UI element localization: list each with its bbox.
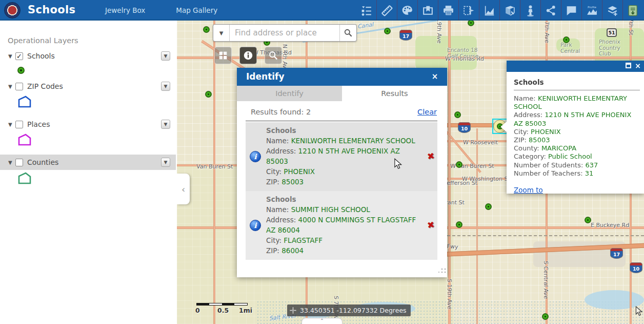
attribution-toggle[interactable]: ⌃	[301, 318, 343, 324]
result-field: City: FLAGSTAFF	[266, 235, 419, 245]
swipe-button[interactable]	[458, 0, 479, 21]
bookmark-button[interactable]	[417, 0, 438, 21]
info-icon[interactable]: i	[250, 151, 261, 162]
layer-row-counties[interactable]: ▼Counties▼	[0, 155, 176, 170]
measure-button[interactable]	[376, 0, 397, 21]
coordinate-crosshair-icon[interactable]	[289, 307, 297, 314]
print-button[interactable]	[438, 0, 458, 21]
basemap-gallery-button[interactable]	[214, 47, 232, 64]
identify-tool-button[interactable]	[239, 47, 257, 64]
layer-row-schools[interactable]: ▼✓Schools▼	[0, 48, 176, 64]
close-icon[interactable]: ×	[635, 63, 641, 69]
school-marker[interactable]	[384, 28, 391, 34]
tab-results[interactable]: Results	[342, 86, 447, 101]
layer-row-places[interactable]: ▼Places▼	[0, 117, 176, 132]
school-marker[interactable]	[563, 36, 570, 43]
streetview-button[interactable]	[520, 0, 540, 21]
field-value: MARICOPA	[541, 144, 576, 152]
field-value: 31	[585, 169, 594, 177]
caret-down-icon[interactable]: ▼	[8, 84, 15, 89]
address-search-widget: ▼	[213, 24, 357, 42]
layer-symbol-schools	[17, 67, 25, 74]
layer-symbol-places	[17, 133, 32, 148]
edit-icon	[504, 4, 516, 17]
comment-button[interactable]	[561, 0, 581, 21]
school-marker[interactable]	[456, 161, 462, 168]
field-label: Category:	[514, 153, 548, 160]
popup-titlebar[interactable]: ×	[507, 61, 644, 72]
layer-row-zip-codes[interactable]: ▼ZIP Codes▼	[0, 79, 176, 94]
tab-identify[interactable]: Identify	[237, 86, 342, 101]
school-marker[interactable]	[485, 203, 492, 210]
sidebar-collapse-tab[interactable]: ‹	[177, 174, 190, 204]
search-source-dropdown[interactable]: ▼	[213, 25, 230, 41]
caret-down-icon[interactable]: ▼	[8, 122, 15, 127]
school-marker[interactable]	[205, 91, 212, 98]
resize-grip[interactable]	[441, 272, 442, 273]
shield-number: 17	[399, 33, 412, 41]
field-label: Address:	[266, 147, 298, 155]
interstate-shield: 17	[610, 248, 623, 259]
field-label: City:	[266, 236, 284, 244]
layer-menu-button[interactable]: ▼	[161, 158, 170, 167]
school-marker[interactable]	[203, 26, 210, 33]
layer-menu-button[interactable]: ▼	[161, 51, 170, 61]
menu-item-jewelry-box[interactable]: Jewelry Box	[90, 0, 160, 21]
share-button[interactable]	[540, 0, 561, 21]
layer-symbol-counties	[17, 171, 32, 186]
clear-results-link[interactable]: Clear	[417, 108, 437, 116]
school-marker[interactable]	[542, 313, 549, 320]
popup-field: Name: KENILWORTH ELEMENTARY SCHOOL	[514, 94, 640, 111]
remove-result-icon[interactable]: ✖	[426, 150, 435, 162]
identify-dialog-titlebar[interactable]: Identify ×	[237, 68, 447, 86]
remove-result-icon[interactable]: ✖	[426, 219, 435, 231]
menu-item-map-gallery[interactable]: Map Gallery	[160, 0, 233, 21]
divider	[246, 121, 437, 121]
add-layers-button[interactable]	[602, 0, 622, 21]
scale-label-0: 0	[195, 307, 200, 314]
close-icon[interactable]: ×	[429, 68, 441, 86]
result-row[interactable]: SchoolsName: SUMMIT HIGH SCHOOLAddress: …	[246, 191, 437, 260]
chart-button[interactable]	[479, 0, 499, 21]
info-icon[interactable]: i	[250, 220, 261, 231]
field-value: 85003	[529, 136, 550, 144]
streetview-icon	[524, 4, 537, 17]
layer-checkbox-places[interactable]	[15, 121, 23, 128]
caret-down-icon[interactable]: ▼	[8, 53, 15, 59]
field-value: PHOENIX	[531, 128, 561, 136]
export-button[interactable]	[622, 0, 643, 21]
field-label: Number of Teachers:	[514, 169, 585, 177]
map-label: S Central Ave	[542, 261, 549, 299]
field-label: City:	[514, 128, 531, 136]
school-marker[interactable]	[454, 111, 461, 118]
caret-down-icon[interactable]: ▼	[8, 160, 15, 165]
search-button[interactable]	[339, 25, 356, 41]
identify-dialog-title: Identify	[246, 71, 285, 82]
layer-checkbox-schools[interactable]: ✓	[15, 52, 23, 60]
layer-checkbox-counties[interactable]	[15, 159, 23, 166]
magnifier-icon	[268, 50, 279, 61]
print-icon	[442, 4, 455, 17]
layer-symbol-zip-codes	[17, 95, 32, 110]
polygon-symbol	[17, 133, 32, 146]
search-input[interactable]	[230, 25, 339, 41]
edit-button[interactable]	[499, 0, 520, 21]
draw-button[interactable]	[397, 0, 417, 21]
layer-checkbox-zip-codes[interactable]	[15, 83, 23, 90]
elevation-profile-button[interactable]: Profile	[581, 0, 602, 21]
page-title: Schools	[28, 4, 75, 16]
map-label: Jefferson St	[445, 180, 477, 186]
result-row[interactable]: SchoolsName: KENILWORTH ELEMENTARY SCHOO…	[246, 122, 437, 191]
zoom-to-link[interactable]: Zoom to	[514, 186, 543, 194]
identify-tabs: IdentifyResults	[237, 86, 447, 101]
school-marker[interactable]	[585, 217, 591, 223]
railroad-line	[447, 235, 644, 236]
layer-menu-button[interactable]: ▼	[161, 82, 170, 91]
field-label: Number of Students:	[514, 161, 585, 169]
result-layer-name: Schools	[266, 125, 419, 136]
school-marker[interactable]	[456, 221, 462, 228]
maximize-icon[interactable]	[626, 63, 631, 68]
layer-menu-button[interactable]: ▼	[161, 120, 170, 129]
legend-button[interactable]	[356, 0, 376, 21]
query-tool-button[interactable]	[265, 47, 282, 64]
